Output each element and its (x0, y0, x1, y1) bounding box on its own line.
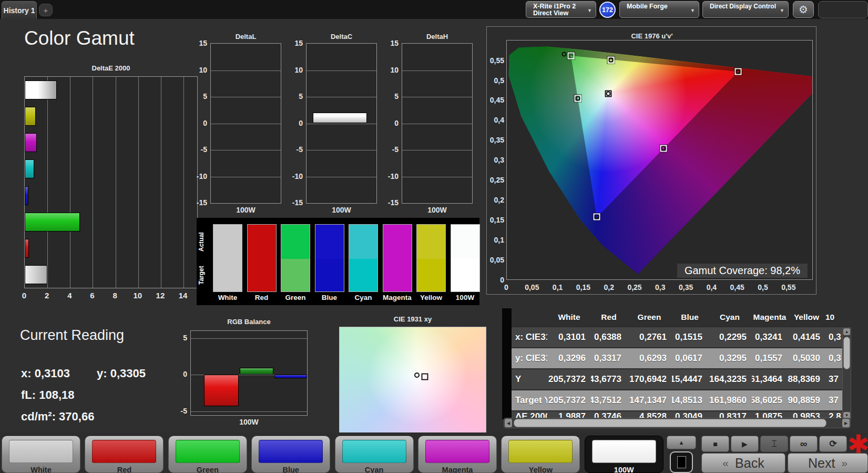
swatch-cyan (349, 225, 377, 291)
delta_h-x-label: 100W (402, 206, 473, 214)
swatch-actual (383, 225, 412, 259)
pattern-label: Red (85, 466, 163, 473)
reading-x: x: 0,3103 (21, 367, 70, 380)
pattern-button-cyan[interactable]: Cyan (335, 436, 414, 473)
swatch-label: Yellow (414, 294, 448, 301)
v-tick-label: 0,15 (487, 216, 504, 224)
x-tick-label: 4 (67, 291, 72, 300)
pattern-button-magenta[interactable]: Magenta (418, 436, 497, 473)
source-select-button[interactable]: Mobile Forge ▼ (619, 1, 699, 18)
swatch-label: Magenta (380, 294, 415, 301)
table-cell: 205,7372 (547, 368, 591, 389)
gridline (402, 71, 472, 71)
y-tick-label: 0 (189, 119, 207, 127)
meter-name: X-Rite i1Pro 2 (533, 3, 576, 10)
refresh-button[interactable]: ⟳ (819, 436, 847, 452)
pattern-up-button[interactable]: ▲ (667, 436, 696, 449)
play-button[interactable]: ▶ (731, 436, 759, 452)
table-vertical-scrollbar[interactable]: ▲ ▼ (842, 327, 851, 420)
gridline (161, 77, 161, 288)
green-measured-marker (562, 52, 567, 57)
pattern-label: 100W (585, 466, 663, 473)
x-tick-label: 6 (90, 291, 94, 300)
stop-button[interactable]: ■ (701, 436, 729, 452)
swatch-100w (451, 225, 479, 291)
back-button[interactable]: « Back (701, 453, 785, 473)
next-button[interactable]: Next » (788, 453, 868, 473)
add-tab-button[interactable]: + (39, 4, 53, 16)
current-reading-title: Current Reading (20, 327, 124, 344)
continuous-read-button[interactable]: ∞ (790, 436, 818, 452)
scroll-up-button[interactable]: ▲ (843, 328, 850, 335)
pattern-button-green[interactable]: Green (168, 436, 247, 473)
tab-history-1[interactable]: History 1 (2, 1, 37, 19)
v-tick-label: 0,25 (487, 176, 504, 184)
partial-toolbar-button[interactable] (818, 1, 868, 18)
white-measured-marker (606, 91, 611, 96)
swatch-label: Cyan (346, 294, 381, 301)
delta_c-x-label: 100W (306, 206, 377, 214)
pattern-button-red[interactable]: Red (85, 436, 164, 473)
vertical-scroll-thumb[interactable] (843, 337, 850, 369)
swatch-target (248, 259, 276, 291)
settings-button[interactable]: ⚙ (793, 1, 814, 18)
u-tick-label: 0,5 (758, 283, 768, 291)
table-cell: 14,8513 (672, 389, 708, 410)
v-tick-label: 0,05 (487, 256, 504, 264)
scroll-left-button[interactable]: ◀ (505, 419, 512, 427)
row-label-4: Target Y (512, 389, 547, 410)
pattern-window-toggle-button[interactable] (670, 451, 693, 473)
pattern-label: Magenta (418, 466, 496, 473)
swatch-label: Blue (312, 294, 347, 301)
pattern-label: White (2, 466, 80, 473)
gridline (307, 177, 376, 177)
pattern-button-white[interactable]: White (2, 436, 80, 473)
swatch-actual (248, 225, 276, 259)
y-tick-label: -5 (381, 145, 399, 154)
scroll-down-icon: ▼ (845, 413, 849, 418)
target-row-label: Target (198, 259, 206, 292)
swatch-actual (315, 225, 344, 259)
top-bar: History 1 + X-Rite i1Pro 2Direct View ▼ … (0, 0, 868, 19)
y-tick-label: 5 (171, 334, 187, 342)
swatch-red (248, 225, 276, 291)
v-tick-label: 0 (487, 276, 504, 284)
infinity-icon: ∞ (800, 438, 808, 450)
green-target-marker (568, 53, 575, 59)
red-measured-marker (736, 69, 740, 74)
column-header-green: Green (627, 308, 672, 326)
column-header-10: 10 (825, 308, 851, 326)
blue-measured-marker (595, 214, 599, 219)
gridline (211, 150, 281, 150)
scroll-left-icon: ◀ (507, 421, 510, 426)
table-cell: 170,6942 (627, 368, 672, 389)
scroll-right-icon: ▶ (844, 421, 847, 426)
meter-select-button[interactable]: X-Rite i1Pro 2Direct View ▼ (526, 1, 596, 18)
u-tick-label: 0,2 (604, 283, 614, 291)
pattern-button-blue[interactable]: Blue (251, 436, 330, 473)
y-tick-label: -5 (285, 145, 303, 154)
table-cell: 61,3464 (752, 368, 788, 389)
window-size-button[interactable]: ⌶ (760, 436, 788, 452)
table-horizontal-scrollbar[interactable]: ◀ ▶ (504, 418, 851, 428)
pattern-swatch (176, 440, 240, 463)
reading-cd: cd/m²: 370,66 (21, 410, 94, 424)
cie-1931-target-marker (422, 373, 428, 380)
horizontal-scroll-thumb[interactable] (514, 419, 826, 427)
delta_l-title: DeltaL (210, 33, 281, 41)
delta-e-bar-magenta (25, 133, 37, 152)
u-tick-label: 0 (504, 283, 508, 291)
scroll-right-button[interactable]: ▶ (842, 419, 850, 427)
magenta-measured-marker (661, 146, 666, 150)
swatch-magenta (383, 225, 412, 291)
y-tick-label: -15 (381, 198, 399, 207)
pattern-button-100w[interactable]: 100W (585, 436, 663, 473)
swatch-label: Red (244, 294, 279, 301)
pattern-button-yellow[interactable]: Yellow (501, 436, 580, 473)
display-select-button[interactable]: Direct Display Control ▼ (702, 1, 789, 18)
u-tick-label: 0,35 (679, 283, 693, 291)
table-cell: 205,7372 (547, 389, 591, 410)
u-tick-label: 0,3 (655, 283, 665, 291)
refresh-icon: ⟳ (829, 438, 836, 449)
v-tick-label: 0,45 (487, 96, 504, 104)
